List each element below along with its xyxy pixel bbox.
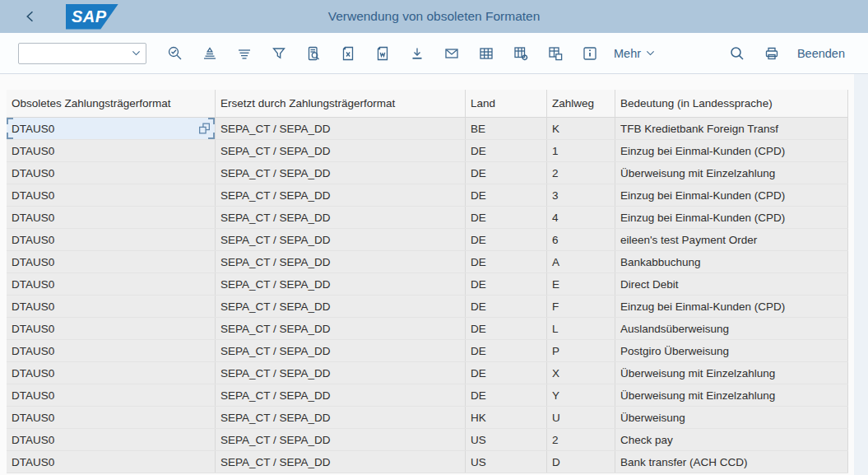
info-button[interactable]: [578, 41, 602, 66]
table-cell[interactable]: DTAUS0: [7, 251, 216, 272]
table-row[interactable]: DTAUS0SEPA_CT / SEPA_DDDEPPostgiro Überw…: [7, 340, 848, 362]
table-cell[interactable]: DTAUS0: [7, 118, 216, 139]
find-button[interactable]: [163, 41, 188, 66]
column-header-obsolete-format[interactable]: Obsoletes Zahlungsträgerformat: [7, 90, 216, 117]
table-cell[interactable]: U: [547, 407, 615, 428]
table-cell[interactable]: Einzug bei Einmal-Kunden (CPD): [615, 207, 848, 228]
table-row[interactable]: DTAUS0SEPA_CT / SEPA_DDHKUÜberweisung: [7, 407, 848, 429]
table-cell[interactable]: SEPA_CT / SEPA_DD: [216, 407, 466, 428]
table-row[interactable]: DTAUS0SEPA_CT / SEPA_DDDEABankabbuchung: [7, 251, 848, 273]
export-word-button[interactable]: [370, 41, 395, 66]
table-cell[interactable]: Einzug bei Einmal-Kunden (CPD): [615, 140, 848, 161]
table-cell[interactable]: DE: [466, 296, 547, 317]
table-row[interactable]: DTAUS0SEPA_CT / SEPA_DDDE4Einzug bei Ein…: [7, 207, 848, 229]
sort-ascending-button[interactable]: [197, 41, 222, 66]
more-menu-button[interactable]: Mehr: [614, 47, 656, 60]
table-cell[interactable]: L: [547, 318, 615, 339]
table-cell[interactable]: DE: [466, 273, 547, 295]
table-cell[interactable]: DTAUS0: [7, 407, 216, 428]
table-cell[interactable]: F: [547, 296, 615, 317]
back-button[interactable]: [21, 7, 39, 26]
copy-handle-icon[interactable]: [197, 122, 211, 136]
table-cell[interactable]: DTAUS0: [7, 318, 216, 339]
table-row[interactable]: DTAUS0SEPA_CT / SEPA_DDDE1Einzug bei Ein…: [7, 140, 848, 162]
command-input[interactable]: [19, 44, 126, 63]
table-cell[interactable]: DTAUS0: [7, 184, 216, 206]
table-cell[interactable]: Bankabbuchung: [615, 251, 848, 272]
column-header-country[interactable]: Land: [466, 90, 547, 117]
table-cell[interactable]: Check pay: [615, 429, 848, 450]
filter-button[interactable]: [267, 41, 291, 66]
column-header-meaning[interactable]: Bedeutung (in Landessprache): [615, 90, 848, 117]
table-cell[interactable]: 2: [547, 429, 615, 450]
table-cell[interactable]: Einzug bei Einmal-Kunden (CPD): [615, 184, 848, 206]
grid-settings-button[interactable]: [508, 41, 533, 66]
email-button[interactable]: [439, 41, 464, 66]
table-cell[interactable]: DTAUS0: [7, 140, 216, 161]
table-cell[interactable]: SEPA_CT / SEPA_DD: [216, 340, 466, 361]
table-row[interactable]: DTAUS0SEPA_CT / SEPA_DDDE3Einzug bei Ein…: [7, 184, 848, 207]
grid-views-button[interactable]: [543, 41, 568, 66]
table-cell[interactable]: DTAUS0: [7, 429, 216, 450]
table-row[interactable]: DTAUS0SEPA_CT / SEPA_DDDE2Überweisung mi…: [7, 162, 848, 184]
table-cell[interactable]: DTAUS0: [7, 273, 216, 295]
table-cell[interactable]: SEPA_CT / SEPA_DD: [216, 273, 466, 295]
download-button[interactable]: [405, 41, 429, 66]
table-cell[interactable]: DE: [466, 340, 547, 361]
table-row[interactable]: DTAUS0SEPA_CT / SEPA_DDDEEDirect Debit: [7, 273, 848, 296]
print-button[interactable]: [759, 41, 784, 66]
table-cell[interactable]: SEPA_CT / SEPA_DD: [216, 362, 466, 384]
table-cell[interactable]: US: [466, 451, 547, 473]
table-cell[interactable]: SEPA_CT / SEPA_DD: [216, 384, 466, 406]
table-cell[interactable]: SEPA_CT / SEPA_DD: [216, 184, 466, 206]
table-cell[interactable]: D: [547, 451, 615, 473]
table-cell[interactable]: SEPA_CT / SEPA_DD: [216, 318, 466, 339]
table-cell[interactable]: 2: [547, 162, 615, 184]
table-cell[interactable]: SEPA_CT / SEPA_DD: [216, 140, 466, 161]
search-button[interactable]: [725, 41, 750, 66]
table-cell[interactable]: 4: [547, 207, 615, 228]
table-cell[interactable]: DE: [466, 318, 547, 339]
table-cell[interactable]: 3: [547, 184, 615, 206]
table-cell[interactable]: DTAUS0: [7, 340, 216, 361]
table-cell[interactable]: TFB Kredietbank Foreign Transf: [615, 118, 848, 139]
combobox-dropdown-button[interactable]: [126, 44, 146, 63]
column-header-payment-method[interactable]: Zahlweg: [547, 90, 615, 117]
table-cell[interactable]: A: [547, 251, 615, 272]
table-cell[interactable]: SEPA_CT / SEPA_DD: [216, 451, 466, 473]
table-row[interactable]: DTAUS0SEPA_CT / SEPA_DDBEKTFB Kredietban…: [7, 118, 848, 140]
table-cell[interactable]: Einzug bei Einmal-Kunden (CPD): [615, 296, 848, 317]
column-header-replacement-format[interactable]: Ersetzt durch Zahlungsträgerformat: [216, 90, 466, 117]
table-cell[interactable]: P: [547, 340, 615, 361]
table-cell[interactable]: K: [547, 118, 615, 139]
table-cell[interactable]: DTAUS0: [7, 207, 216, 228]
table-row[interactable]: DTAUS0SEPA_CT / SEPA_DDDEFEinzug bei Ein…: [7, 296, 848, 318]
command-combobox[interactable]: [18, 43, 146, 64]
table-cell[interactable]: 1: [547, 140, 615, 161]
alv-grid-button[interactable]: [474, 41, 499, 66]
table-row[interactable]: DTAUS0SEPA_CT / SEPA_DDUS2Check pay: [7, 429, 848, 451]
table-cell[interactable]: eileen's test Payment Order: [615, 229, 848, 250]
table-cell[interactable]: SEPA_CT / SEPA_DD: [216, 429, 466, 450]
table-cell[interactable]: DE: [466, 184, 547, 206]
table-cell[interactable]: Überweisung: [615, 407, 848, 428]
table-row[interactable]: DTAUS0SEPA_CT / SEPA_DDDEYÜberweisung mi…: [7, 384, 848, 407]
table-cell[interactable]: DE: [466, 140, 547, 161]
table-cell[interactable]: DE: [466, 251, 547, 272]
table-cell[interactable]: DTAUS0: [7, 296, 216, 317]
table-cell[interactable]: DE: [466, 207, 547, 228]
table-row[interactable]: DTAUS0SEPA_CT / SEPA_DDUSDBank transfer …: [7, 451, 848, 473]
table-cell[interactable]: Überweisung mit Einzelzahlung: [615, 362, 848, 384]
table-cell[interactable]: DTAUS0: [7, 229, 216, 250]
table-cell[interactable]: US: [466, 429, 547, 450]
print-preview-button[interactable]: [301, 41, 326, 66]
exit-button[interactable]: Beenden: [797, 47, 845, 60]
table-cell[interactable]: DE: [466, 362, 547, 384]
table-cell[interactable]: DE: [466, 384, 547, 406]
table-cell[interactable]: SEPA_CT / SEPA_DD: [216, 162, 466, 184]
table-cell[interactable]: 6: [547, 229, 615, 250]
table-cell[interactable]: Y: [547, 384, 615, 406]
table-cell[interactable]: HK: [466, 407, 547, 428]
table-cell[interactable]: X: [547, 362, 615, 384]
table-row[interactable]: DTAUS0SEPA_CT / SEPA_DDDEXÜberweisung mi…: [7, 362, 848, 384]
